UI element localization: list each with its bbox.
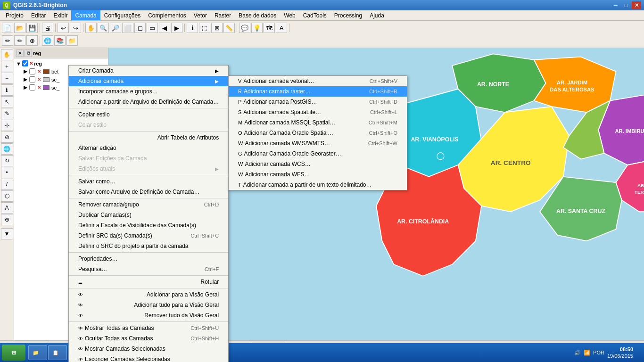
menu-add-mssql[interactable]: M Adicionar camada MSSQL Spatial… Ctrl+S… (229, 117, 407, 128)
layers-btn[interactable]: 📚 (54, 35, 66, 46)
redo-btn[interactable]: ↪ (70, 23, 81, 33)
layers-close-btn[interactable]: ✕ (16, 49, 24, 57)
layers-float-btn[interactable]: ⧉ (25, 49, 32, 57)
digitize-btn[interactable]: ✏ (2, 35, 13, 46)
maximize-button[interactable]: □ (621, 1, 631, 9)
snap-btn[interactable]: ⊕ (26, 35, 38, 46)
font-btn[interactable]: A (276, 23, 287, 33)
menu-duplicar[interactable]: Duplicar Camadas(s) (69, 210, 228, 220)
menu-alternar-edicao[interactable]: Alternar edição (69, 143, 228, 153)
menu-projeto[interactable]: Projeto (2, 10, 27, 20)
zoom-selection-btn[interactable]: ▭ (147, 23, 158, 33)
menu-escala-visibilidade[interactable]: Definir a Escala de Visibilidade das Cam… (69, 220, 228, 230)
menu-add-delimitado[interactable]: T Adicionar camada a partir de um texto … (229, 180, 407, 190)
menu-add-all-visao[interactable]: 👁 Adicionar tudo para a Visão Geral (69, 300, 228, 310)
tip-btn[interactable]: 💡 (251, 23, 263, 33)
zoom-extent-btn[interactable]: ⬜ (122, 23, 133, 33)
menu-definir-src[interactable]: Definir SRC da(s) Camada(s) Ctrl+Shift+C (69, 230, 228, 241)
menu-web[interactable]: Web (280, 10, 299, 20)
menu-tabela-atributos[interactable]: Abrir Tabela de Atributos (69, 132, 228, 143)
pan-map-btn[interactable]: ✋ (85, 23, 97, 33)
edit-tool[interactable]: ✎ (1, 108, 13, 119)
menu-criar-camada[interactable]: Criar Camada ▶ (69, 66, 228, 76)
browser-btn[interactable]: 📁 (66, 35, 78, 46)
menu-complementos[interactable]: Complementos (144, 10, 190, 20)
add-tool[interactable]: ⊕ (1, 214, 13, 225)
prev-extent-btn[interactable]: ◀ (159, 23, 170, 33)
zoom-out-btn[interactable]: 🔎 (110, 23, 121, 33)
menu-adicionar-camada[interactable]: Adicionar camada ▶ (69, 76, 228, 86)
zoom-in-tool[interactable]: + (1, 61, 13, 72)
identify-tool[interactable]: ℹ (1, 84, 13, 96)
add-annotation-btn[interactable]: 💬 (239, 23, 250, 33)
menu-incorporar[interactable]: Incorporar camadas e grupos… (69, 86, 228, 97)
taskbar-app-explorer[interactable]: 📁 (28, 345, 47, 360)
menu-vetor[interactable]: Vetor (190, 10, 211, 20)
menu-add-oracle-georaster[interactable]: G Adicionar Camada Oracle Georaster… (229, 148, 407, 159)
menu-raster[interactable]: Raster (211, 10, 235, 20)
node-tool[interactable]: ⊹ (1, 120, 13, 131)
taskbar-app-docs[interactable]: 📋 (48, 345, 67, 360)
menu-src-projeto[interactable]: Definir o SRC do projeto a partir da cam… (69, 241, 228, 251)
pan-tool[interactable]: ✋ (1, 49, 13, 60)
menu-add-wfs[interactable]: W Adicionar camada WFS… (229, 169, 407, 180)
layer-group-checkbox[interactable] (22, 60, 28, 66)
menu-add-from-def[interactable]: Adicionar a partir de Arquivo de Definiç… (69, 97, 228, 107)
menu-add-oracle[interactable]: O Adicionar Camada Oracle Spatial… Ctrl+… (229, 128, 407, 138)
point-tool[interactable]: • (1, 167, 13, 178)
print-btn[interactable]: 🖨 (42, 23, 53, 33)
menu-add-raster[interactable]: R Adicionar camada raster… Ctrl+Shift+R (229, 86, 407, 97)
select-btn[interactable]: ⬚ (199, 23, 210, 33)
zoom-layer-btn[interactable]: ◻ (134, 23, 146, 33)
zoom-in-btn[interactable]: 🔍 (98, 23, 109, 33)
menu-salvar-como[interactable]: Salvar como… (69, 176, 228, 187)
layer-checkbox[interactable] (29, 76, 35, 82)
menu-ocultar-todas[interactable]: 👁 Ocultar Todas as Camadas Ctrl+Shift+H (69, 333, 228, 344)
menu-add-wcs[interactable]: W Adicionar camada WCS… (229, 159, 407, 169)
menu-processing[interactable]: Processing (330, 10, 366, 20)
menu-camada[interactable]: Camada (71, 10, 100, 20)
menu-exibir[interactable]: Exibir (50, 10, 71, 20)
start-button[interactable]: ⊞ (2, 345, 25, 361)
crs-btn[interactable]: 🌐 (42, 35, 53, 46)
network-icon[interactable]: 📶 (584, 350, 590, 356)
menu-base-dados[interactable]: Base de dados (235, 10, 280, 20)
menu-remover-camada[interactable]: Remover camada/grupo Ctrl+D (69, 199, 228, 210)
menu-add-wms[interactable]: W Adicionar camada WMS/WMTS… Ctrl+Shift+… (229, 138, 407, 148)
menu-add-visao[interactable]: 👁 Adicionar para a Visão Geral (69, 289, 228, 300)
layer-checkbox[interactable] (29, 84, 35, 90)
measure-tool[interactable]: ⊘ (1, 132, 13, 143)
menu-ajuda[interactable]: Ajuda (366, 10, 388, 20)
new-project-btn[interactable]: 📄 (2, 23, 13, 33)
menu-pesquisa[interactable]: Pesquisa… Ctrl+F (69, 264, 228, 274)
close-button[interactable]: ✕ (632, 1, 641, 9)
globe-tool[interactable]: 🌐 (1, 143, 13, 155)
menu-add-vetorial[interactable]: V Adicionar camada vetorial… Ctrl+Shift+… (229, 76, 407, 86)
open-project-btn[interactable]: 📂 (14, 23, 25, 33)
deselect-btn[interactable]: ⊠ (211, 23, 223, 33)
identify-btn[interactable]: ℹ (187, 23, 198, 33)
menu-remove-visao[interactable]: 👁 Remover tudo da Visão Geral (69, 310, 228, 321)
menu-salvar-def[interactable]: Salvar como Arquivo de Definição de Cama… (69, 187, 228, 197)
menu-configuracoes[interactable]: Configurações (100, 10, 144, 20)
menu-add-postgis[interactable]: P Adicionar camada PostGIS… Ctrl+Shift+D (229, 97, 407, 107)
menu-rotular[interactable]: ⚌ Rotular (69, 277, 228, 287)
map-tips-btn[interactable]: 🗺 (264, 23, 275, 33)
next-extent-btn[interactable]: ▶ (171, 23, 182, 33)
menu-mostrar-selecionadas[interactable]: 👁 Mostrar Camadas Selecionadas (69, 344, 228, 354)
volume-icon[interactable]: 🔊 (574, 350, 581, 356)
minimize-button[interactable]: ─ (611, 1, 620, 9)
undo-btn[interactable]: ↩ (58, 23, 69, 33)
zoom-out-tool[interactable]: − (1, 73, 13, 84)
select-tool[interactable]: ↖ (1, 96, 13, 107)
menu-add-spatialite[interactable]: S Adicionar camada SpatiaLite… Ctrl+Shif… (229, 107, 407, 117)
annotate-tool[interactable]: A (1, 202, 13, 214)
menu-mostrar-todas[interactable]: 👁 Mostrar Todas as Camadas Ctrl+Shift+U (69, 323, 228, 333)
line-tool[interactable]: / (1, 179, 13, 190)
rotate-tool[interactable]: ↻ (1, 155, 13, 166)
menu-esconder-selecionadas[interactable]: 👁 Esconder Camadas Selecionadas (69, 354, 228, 362)
menu-editar[interactable]: Editar (27, 10, 50, 20)
polygon-tool[interactable]: ⬡ (1, 190, 13, 202)
digitize2-btn[interactable]: ✏ (14, 35, 25, 46)
menu-cadtools[interactable]: CadTools (299, 10, 330, 20)
